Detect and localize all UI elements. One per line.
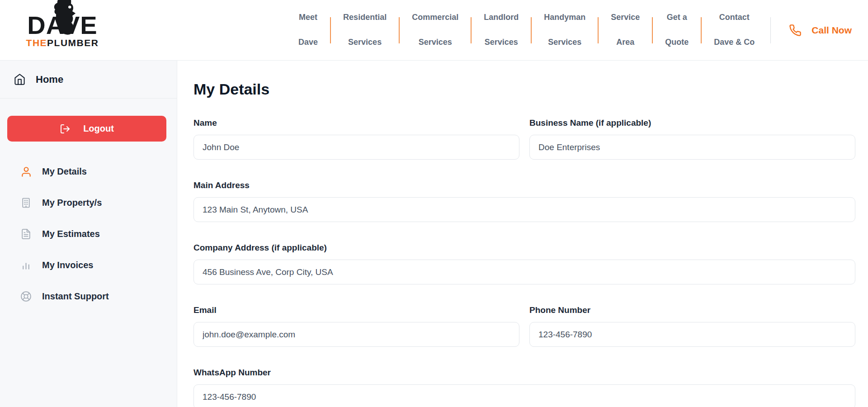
email-field: Email bbox=[193, 305, 519, 347]
whatsapp-number-label: WhatsApp Number bbox=[193, 368, 855, 378]
logout-button[interactable]: Logout bbox=[7, 116, 166, 142]
nav-item-residential-services[interactable]: Residential Services bbox=[331, 0, 399, 62]
nav-item-commercial-services[interactable]: Commercial Services bbox=[400, 0, 471, 62]
bearded-man-icon bbox=[52, 0, 80, 36]
person-icon bbox=[20, 166, 32, 178]
nav-item-meet-dave[interactable]: Meet Dave bbox=[286, 0, 330, 62]
sidebar: Home Logout My Details bbox=[0, 61, 177, 407]
sidebar-item-my-estimates[interactable]: My Estimates bbox=[0, 218, 177, 250]
sidebar-menu: My Details My Property/s bbox=[0, 156, 177, 312]
phone-number-field: Phone Number bbox=[529, 305, 855, 347]
sidebar-item-label: My Estimates bbox=[42, 229, 100, 239]
nav-item-contact-dave-co[interactable]: Contact Dave & Co bbox=[702, 0, 767, 62]
nav-item-get-a-quote[interactable]: Get a Quote bbox=[653, 0, 701, 62]
document-icon bbox=[20, 228, 32, 240]
sidebar-item-label: My Invoices bbox=[42, 260, 93, 270]
home-label: Home bbox=[36, 74, 63, 85]
company-address-input[interactable] bbox=[193, 260, 855, 284]
logout-icon bbox=[60, 123, 71, 134]
dave-the-plumber-logo[interactable]: DAVE THEPLUMBER bbox=[17, 13, 108, 47]
nav-divider-gray bbox=[770, 17, 771, 43]
phone-number-label: Phone Number bbox=[529, 305, 855, 315]
email-input[interactable] bbox=[193, 322, 519, 347]
company-address-label: Company Address (if applicable) bbox=[193, 243, 855, 253]
main-nav: Meet Dave Residential Services Commercia… bbox=[286, 0, 771, 62]
sidebar-item-my-property[interactable]: My Property/s bbox=[0, 187, 177, 218]
call-now-button[interactable]: Call Now bbox=[789, 24, 852, 37]
main-address-label: Main Address bbox=[193, 180, 855, 190]
nav-item-handyman-services[interactable]: Handyman Services bbox=[532, 0, 598, 62]
sidebar-item-label: My Details bbox=[42, 166, 87, 177]
building-icon bbox=[20, 197, 32, 209]
my-details-form: Name Business Name (if applicable) Main … bbox=[193, 118, 855, 407]
main-address-field: Main Address bbox=[193, 180, 855, 222]
page-title: My Details bbox=[193, 80, 855, 98]
main-address-input[interactable] bbox=[193, 197, 855, 222]
logout-label: Logout bbox=[83, 123, 114, 134]
logo-wordmark: DAVE bbox=[27, 13, 97, 38]
call-now-label: Call Now bbox=[811, 25, 852, 36]
bar-chart-icon bbox=[20, 260, 32, 271]
lifebuoy-icon bbox=[20, 291, 32, 303]
sidebar-item-my-invoices[interactable]: My Invoices bbox=[0, 250, 177, 281]
business-name-label: Business Name (if applicable) bbox=[529, 118, 855, 128]
nav-item-service-area[interactable]: Service Area bbox=[599, 0, 652, 62]
logo-tagline: THEPLUMBER bbox=[26, 38, 99, 47]
business-name-input[interactable] bbox=[529, 135, 855, 160]
nav-item-landlord-services[interactable]: Landlord Services bbox=[472, 0, 531, 62]
name-field: Name bbox=[193, 118, 519, 160]
sidebar-item-instant-support[interactable]: Instant Support bbox=[0, 281, 177, 312]
sidebar-item-home[interactable]: Home bbox=[0, 61, 177, 99]
whatsapp-number-input[interactable] bbox=[193, 384, 855, 407]
name-label: Name bbox=[193, 118, 519, 128]
whatsapp-number-field: WhatsApp Number bbox=[193, 368, 855, 407]
sidebar-item-my-details[interactable]: My Details bbox=[0, 156, 177, 187]
top-header: DAVE THEPLUMBER Meet Dave Residential Se… bbox=[0, 0, 868, 61]
business-name-field: Business Name (if applicable) bbox=[529, 118, 855, 160]
phone-number-input[interactable] bbox=[529, 322, 855, 347]
home-icon bbox=[14, 73, 26, 85]
company-address-field: Company Address (if applicable) bbox=[193, 243, 855, 284]
name-input[interactable] bbox=[193, 135, 519, 160]
phone-icon bbox=[789, 24, 802, 37]
email-label: Email bbox=[193, 305, 519, 315]
main-content: My Details Name Business Name (if applic… bbox=[177, 61, 868, 407]
sidebar-item-label: My Property/s bbox=[42, 198, 102, 208]
sidebar-item-label: Instant Support bbox=[42, 291, 109, 302]
